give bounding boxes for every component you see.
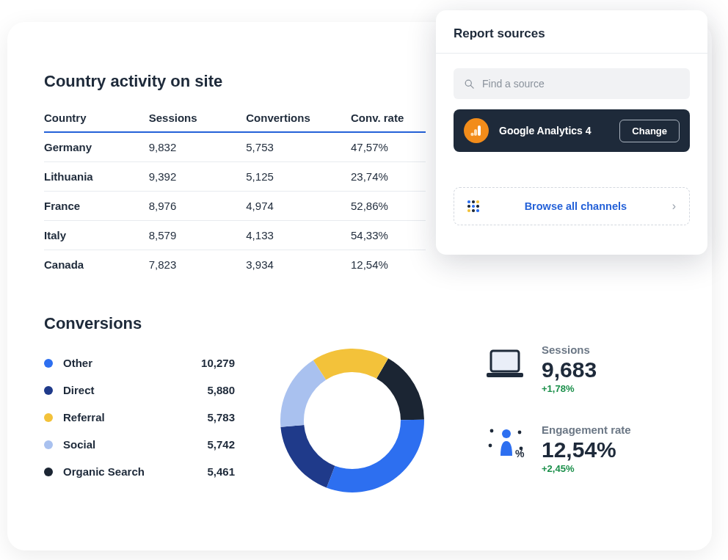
legend-label: Social — [63, 438, 95, 451]
report-sources-title: Report sources — [436, 10, 707, 54]
legend-item: Organic Search5,461 — [44, 458, 235, 485]
kpi-engagement-value: 12,54% — [542, 437, 631, 462]
find-source-search[interactable] — [454, 68, 690, 99]
cell-conversions: 3,934 — [246, 250, 351, 280]
kpi-sessions: Sessions 9,683 +1,78% — [484, 343, 631, 394]
conversions-section: Conversions Other10,279Direct5,880Referr… — [44, 314, 668, 503]
cell-sessions: 9,392 — [149, 162, 247, 192]
col-sessions: Sessions — [149, 104, 247, 132]
legend-color-dot — [44, 413, 53, 422]
legend-item: Direct5,880 — [44, 377, 235, 404]
legend-color-dot — [44, 359, 53, 368]
svg-rect-0 — [491, 351, 519, 371]
country-table: Country Sessions Convertions Conv. rate … — [44, 104, 426, 279]
kpi-engagement-label: Engagement rate — [542, 423, 631, 436]
svg-point-2 — [502, 429, 511, 438]
col-country: Country — [44, 104, 149, 132]
svg-point-4 — [518, 431, 522, 434]
donut-segment — [313, 349, 388, 380]
legend-label: Direct — [63, 384, 95, 396]
kpi-block: Sessions 9,683 +1,78% % — [484, 343, 631, 503]
table-header-row: Country Sessions Convertions Conv. rate — [44, 104, 426, 132]
google-analytics-icon — [464, 118, 489, 143]
cell-country: France — [44, 192, 149, 221]
table-row: Lithuania9,3925,12523,74% — [44, 162, 426, 192]
change-source-button[interactable]: Change — [619, 120, 680, 142]
cell-rate: 54,33% — [351, 221, 426, 250]
cell-rate: 23,74% — [351, 162, 426, 192]
cell-country: Germany — [44, 132, 149, 162]
legend-color-dot — [44, 468, 53, 476]
legend-value: 5,783 — [207, 411, 235, 423]
kpi-sessions-value: 9,683 — [542, 357, 597, 382]
donut-segment — [376, 358, 424, 420]
kpi-engagement-change: +2,45% — [542, 463, 631, 474]
svg-point-12 — [470, 133, 473, 136]
conversions-legend: Other10,279Direct5,880Referral5,783Socia… — [44, 349, 235, 485]
kpi-engagement: % Engagement rate 12,54% +2,45% — [484, 423, 631, 474]
cell-conversions: 5,125 — [246, 162, 351, 192]
chevron-right-icon: › — [672, 200, 676, 213]
legend-item: Referral5,783 — [44, 404, 235, 431]
kpi-sessions-change: +1,78% — [542, 383, 597, 394]
cell-country: Italy — [44, 221, 149, 250]
svg-point-3 — [490, 429, 494, 433]
cell-sessions: 7,823 — [149, 250, 247, 280]
legend-label: Referral — [63, 411, 105, 423]
cell-country: Canada — [44, 250, 149, 280]
report-sources-panel: Report sources Google Analytics 4 Change — [436, 10, 707, 255]
person-percent-icon: % — [484, 423, 525, 465]
search-icon — [464, 79, 475, 90]
legend-value: 10,279 — [201, 357, 235, 369]
cell-conversions: 4,133 — [246, 221, 351, 250]
svg-point-5 — [489, 444, 492, 448]
svg-rect-11 — [474, 129, 477, 136]
cell-sessions: 8,976 — [149, 192, 247, 221]
cell-rate: 47,57% — [351, 132, 426, 162]
apps-grid-icon — [467, 200, 479, 212]
svg-line-9 — [470, 85, 473, 88]
cell-sessions: 9,832 — [149, 132, 247, 162]
donut-segment — [327, 420, 424, 492]
table-row: Germany9,8325,75347,57% — [44, 132, 426, 162]
legend-color-dot — [44, 440, 53, 449]
col-conv-rate: Conv. rate — [351, 104, 426, 132]
conversions-title: Conversions — [44, 314, 235, 333]
cell-conversions: 4,974 — [246, 192, 351, 221]
svg-rect-10 — [478, 126, 481, 136]
kpi-sessions-label: Sessions — [542, 343, 597, 356]
cell-rate: 52,86% — [351, 192, 426, 221]
cell-sessions: 8,579 — [149, 221, 247, 250]
cell-rate: 12,54% — [351, 250, 426, 280]
table-row: Canada7,8233,93412,54% — [44, 250, 426, 280]
table-row: France8,9764,97452,86% — [44, 192, 426, 221]
legend-label: Other — [63, 357, 92, 369]
legend-color-dot — [44, 386, 53, 395]
legend-label: Organic Search — [63, 465, 145, 478]
browse-channels-label: Browse all channels — [491, 200, 660, 212]
svg-text:%: % — [515, 448, 525, 459]
donut-segment — [280, 360, 326, 427]
find-source-input[interactable] — [482, 78, 680, 90]
table-row: Italy8,5794,13354,33% — [44, 221, 426, 250]
source-ga4-label: Google Analytics 4 — [499, 125, 609, 137]
donut-segment — [280, 425, 335, 488]
source-ga4-card[interactable]: Google Analytics 4 Change — [454, 109, 690, 152]
laptop-icon — [484, 343, 525, 385]
conversions-donut-chart — [264, 343, 440, 498]
col-conversions: Convertions — [246, 104, 351, 132]
cell-country: Lithuania — [44, 162, 149, 192]
legend-item: Social5,742 — [44, 431, 235, 458]
legend-item: Other10,279 — [44, 349, 235, 377]
legend-value: 5,742 — [207, 438, 235, 451]
legend-value: 5,880 — [207, 384, 235, 396]
legend-value: 5,461 — [207, 465, 235, 478]
svg-rect-1 — [487, 373, 523, 377]
cell-conversions: 5,753 — [246, 132, 351, 162]
browse-all-channels-button[interactable]: Browse all channels › — [454, 187, 690, 225]
